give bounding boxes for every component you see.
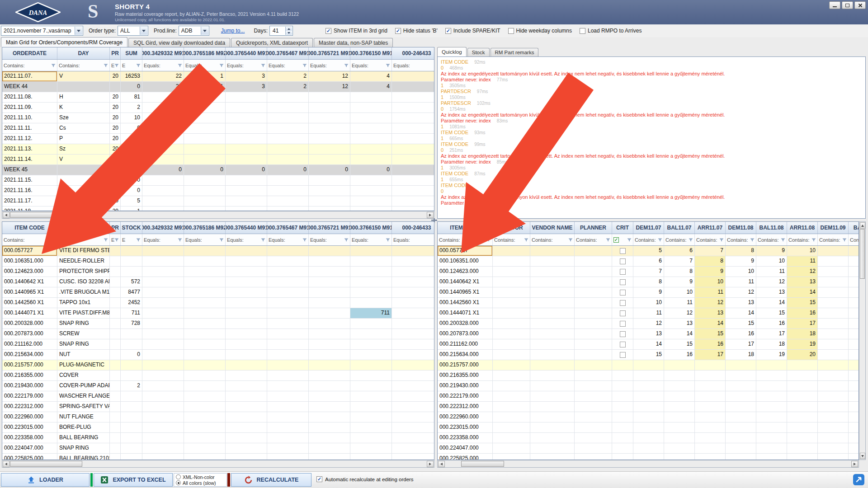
tab-quickreports-xml-dataexport[interactable]: Quickreports, XML dataexport: [231, 38, 313, 47]
table-row[interactable]: 000.1440965 X1.VITE BRUGOLA M10...8477: [2, 287, 434, 298]
table-row[interactable]: 000.225825.000BALL BEARING 210S: [2, 454, 434, 460]
column-header-bal11-08[interactable]: BAL11.08: [756, 222, 787, 234]
days-spinner[interactable]: 41: [269, 26, 293, 36]
export-to-excel-button[interactable]: EXPORT TO EXCEL: [94, 473, 173, 487]
column-header-000-3765721-m91[interactable]: 000.3765721 M91: [309, 222, 350, 234]
scroll-thumb[interactable]: [860, 229, 865, 279]
column-header-000-3429332-m91[interactable]: 000.3429332 M91: [142, 47, 184, 59]
tab-rm-part-remarks[interactable]: RM Part remarks: [491, 48, 539, 56]
filter-cell-stock[interactable]: E: [121, 234, 142, 245]
table-row[interactable]: 2021.11.16.200: [2, 186, 434, 196]
table-row[interactable]: 000.106351.000NEEDLE-ROLLER: [2, 256, 434, 267]
column-header-vendor[interactable]: VENDOR: [493, 222, 530, 234]
spin-up-icon[interactable]: [285, 27, 292, 31]
filter-cell-partdescr[interactable]: Contains:: [57, 234, 110, 245]
table-row[interactable]: 000.1442560 X1101112131415: [438, 298, 859, 308]
components-hscrollbar[interactable]: [2, 460, 434, 468]
column-header-vendor-name[interactable]: VENDOR NAME: [530, 222, 575, 234]
filter-cell-planner[interactable]: Contains:: [575, 234, 612, 245]
recalculate-button[interactable]: RECALCULATE: [231, 473, 311, 487]
table-row[interactable]: 000.0577275678910: [438, 246, 859, 256]
filter-cell-arr11-07[interactable]: Contains:: [695, 234, 726, 245]
spin-down-icon[interactable]: [285, 31, 292, 35]
filter-cell-item-code[interactable]: Contains:: [2, 234, 57, 245]
column-header-stock[interactable]: STOCK: [121, 222, 142, 234]
table-row[interactable]: 000.216355.000: [438, 371, 859, 381]
table-row[interactable]: 000.124623.000789101112: [438, 267, 859, 277]
table-row[interactable]: 000.200328.000121314151617: [438, 319, 859, 329]
table-row[interactable]: 000.215757.000PLUG-MAGNETIC: [2, 360, 434, 371]
filter-cell-dem11-09[interactable]: Contains:: [818, 234, 849, 245]
table-row[interactable]: 000.1444071 X1111213141516: [438, 308, 859, 319]
column-header-day[interactable]: DAY: [57, 47, 110, 59]
table-row[interactable]: 000.222960.000NUT FLANGE: [2, 412, 434, 422]
column-header-000-3765186-m92[interactable]: 000.3765186 M92: [184, 222, 226, 234]
coverage-hscrollbar[interactable]: [437, 460, 859, 468]
auto-recalc-checkbox[interactable]: ✓ Automatic recalculate at editing order…: [316, 476, 414, 482]
crit-checkbox[interactable]: [620, 321, 626, 327]
filter-cell-000-3765186-m92[interactable]: Equals:: [184, 234, 226, 245]
filter-cell-bal11-08[interactable]: Contains:: [756, 234, 787, 245]
table-row[interactable]: 2021.11.13.Sz2021: [2, 144, 434, 155]
filter-cell-bal11[interactable]: Contains: [849, 234, 859, 245]
table-row[interactable]: 000.223015.000: [438, 422, 859, 433]
table-row[interactable]: 000.222960.000: [438, 412, 859, 422]
filter-cell-000-3765721-m91[interactable]: Equals:: [309, 234, 350, 245]
loader-button[interactable]: LOADER: [1, 473, 90, 487]
column-header-bal11[interactable]: BAL11: [849, 222, 859, 234]
filter-cell-arr11-08[interactable]: Contains:: [787, 234, 818, 245]
table-row[interactable]: WEEK 44022132124: [2, 82, 434, 92]
crit-filter-checkbox[interactable]: ✓: [613, 237, 619, 243]
filter-cell-000-3429332-m91[interactable]: Equals:: [142, 234, 184, 245]
column-header-sum[interactable]: SUM: [121, 47, 142, 59]
table-row[interactable]: 000.215757.000: [438, 360, 859, 371]
filter-cell-pr[interactable]: E: [110, 234, 121, 245]
table-row[interactable]: 000.1440965 X191011121314: [438, 287, 859, 298]
filter-cell-vendor-name[interactable]: Contains:: [530, 234, 575, 245]
crit-checkbox[interactable]: [620, 269, 626, 275]
filter-cell-dem11-08[interactable]: Contains:: [726, 234, 756, 245]
table-row[interactable]: 2021.11.09.K202: [2, 103, 434, 113]
scroll-right-icon[interactable]: [427, 212, 434, 218]
filter-cell-000-3765440-m91[interactable]: Equals:: [226, 60, 267, 71]
filter-cell-sum[interactable]: E: [121, 60, 142, 71]
filter-cell-vendor[interactable]: Contains:: [493, 234, 530, 245]
prod-line-select[interactable]: ADB: [179, 26, 209, 36]
scroll-right-icon[interactable]: [851, 461, 858, 467]
column-header-000-3766150-m91[interactable]: 000.3766150 M91: [350, 222, 392, 234]
column-header-pr[interactable]: PR: [110, 222, 121, 234]
column-header-000-246433[interactable]: 000-246433: [392, 47, 434, 59]
filter-cell-bal11-07[interactable]: Contains:: [664, 234, 695, 245]
column-header-planner[interactable]: PLANNER: [575, 222, 612, 234]
crit-checkbox[interactable]: [620, 258, 626, 264]
table-row[interactable]: 2021.11.10.Sze2010: [2, 113, 434, 123]
scroll-left-icon[interactable]: [438, 461, 445, 467]
radio-all-colors-slow[interactable]: All colors (slow): [176, 480, 226, 486]
minimize-button[interactable]: [829, 1, 840, 9]
filter-cell-000-3765467-m91[interactable]: Equals:: [267, 234, 309, 245]
date-select[interactable]: 2021.november 7.,vasárnap: [1, 26, 83, 36]
filter-cell-item-code[interactable]: Contains:: [438, 234, 493, 245]
table-row[interactable]: 2021.11.17.205: [2, 196, 434, 206]
table-row[interactable]: 000.1440642 X1CUSC. ISO 32208 AN...572: [2, 277, 434, 287]
scroll-up-icon[interactable]: [860, 222, 865, 229]
column-header-dem11-08[interactable]: DEM11.08: [726, 222, 756, 234]
column-header-pr[interactable]: PR: [110, 47, 121, 59]
order-type-select[interactable]: ALL: [118, 26, 148, 36]
table-row[interactable]: 000.222312.000SPRING-SAFETY VAL...: [2, 402, 434, 412]
table-row[interactable]: 000.225825.000: [438, 454, 859, 460]
tab-main-grid-for-orders-components-rm[interactable]: Main Grid for Orders/Components/RM Cover…: [1, 37, 127, 47]
crit-checkbox[interactable]: [620, 290, 626, 296]
table-row[interactable]: 000.1444071 X1VITE PIAST.DIFF.M8x8711711: [2, 308, 434, 319]
column-header-orderdate[interactable]: ORDERDATE: [2, 47, 57, 59]
crit-checkbox[interactable]: [620, 352, 626, 358]
filter-cell-000-3766150-m91[interactable]: Equals:: [350, 234, 392, 245]
table-row[interactable]: 000.216355.000COVER: [2, 371, 434, 381]
tab-quicklog[interactable]: Quicklog: [437, 47, 467, 56]
table-row[interactable]: 000.215634.000151617181920: [438, 350, 859, 360]
tab-master-data-non-sap-tables[interactable]: Master data, non-SAP tables: [314, 38, 393, 47]
column-header-arr11-07[interactable]: ARR11.07: [695, 222, 726, 234]
tab-stock[interactable]: Stock: [467, 48, 490, 56]
filter-cell-pr[interactable]: E: [110, 60, 121, 71]
table-row[interactable]: 000.219430.000COVER-PUMP ADAP...2: [2, 381, 434, 391]
